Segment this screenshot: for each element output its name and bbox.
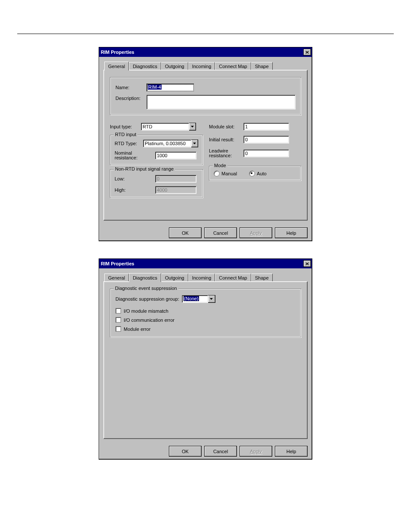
tab-diagnostics[interactable]: Diagnostics — [129, 62, 161, 70]
nominal-resistance-input[interactable] — [155, 152, 196, 159]
apply-button: Apply — [240, 227, 272, 238]
svg-marker-1 — [193, 143, 196, 144]
chevron-down-icon[interactable] — [189, 123, 196, 131]
tab-shape[interactable]: Shape — [251, 274, 273, 282]
tab-panel-general: Name: RIM-4 Description: — [103, 70, 308, 221]
io-communication-error-checkbox[interactable]: I/O communication error — [115, 317, 296, 323]
radio-icon — [214, 171, 220, 177]
close-icon[interactable]: ✕ — [303, 260, 311, 267]
chevron-down-icon[interactable] — [191, 140, 198, 147]
diag-group-label: Diagnostic suppression group: — [115, 296, 179, 302]
rim-properties-dialog-diagnostics: RIM Properties ✕ General Diagnostics Out… — [99, 258, 312, 460]
non-rtd-low-label: Low: — [115, 176, 155, 181]
name-input[interactable] — [146, 84, 194, 91]
title-bar[interactable]: RIM Properties ✕ — [99, 47, 312, 57]
non-rtd-high-label: High: — [115, 187, 155, 193]
tab-shape[interactable]: Shape — [251, 62, 273, 70]
description-input[interactable] — [146, 95, 296, 109]
title-bar[interactable]: RIM Properties ✕ — [99, 259, 312, 268]
tab-incoming[interactable]: Incoming — [188, 62, 215, 70]
window-title: RIM Properties — [101, 50, 134, 55]
help-button[interactable]: Help — [275, 446, 308, 457]
checkbox-icon — [115, 308, 121, 314]
tab-strip: General Diagnostics Outgoing Incoming Co… — [103, 61, 308, 70]
initial-result-label: Initial result: — [209, 137, 243, 142]
rtd-type-select[interactable] — [143, 140, 191, 147]
client-area: General Diagnostics Outgoing Incoming Co… — [99, 57, 312, 224]
rim-properties-dialog-general: RIM Properties ✕ General Diagnostics Out… — [99, 47, 312, 241]
non-rtd-legend: Non-RTD input signal range — [114, 166, 175, 171]
input-type-select[interactable] — [141, 123, 189, 131]
tab-connect-map[interactable]: Connect Map — [215, 274, 251, 282]
tab-outgoing[interactable]: Outgoing — [161, 274, 188, 282]
input-type-label: Input type: — [110, 124, 141, 129]
page: RIM Properties ✕ General Diagnostics Out… — [0, 0, 411, 460]
module-slot-input[interactable] — [243, 123, 289, 131]
client-area: General Diagnostics Outgoing Incoming Co… — [99, 268, 312, 442]
io-module-mismatch-checkbox[interactable]: I/O module mismatch — [115, 308, 296, 314]
chevron-down-icon[interactable] — [208, 295, 215, 303]
checkbox-icon — [115, 317, 121, 323]
module-error-checkbox[interactable]: Module error — [115, 326, 296, 332]
description-label: Description: — [115, 95, 146, 101]
name-label: Name: — [115, 85, 146, 90]
rtd-type-label: RTD Type: — [115, 141, 143, 146]
tab-strip: General Diagnostics Outgoing Incoming Co… — [103, 273, 308, 282]
checkbox-icon — [115, 326, 121, 332]
tab-panel-diagnostics: Diagnostic event suppression Diagnostic … — [103, 281, 308, 439]
tab-connect-map[interactable]: Connect Map — [215, 62, 251, 70]
tab-general[interactable]: General — [104, 62, 129, 71]
module-slot-label: Module slot: — [209, 124, 243, 129]
tab-diagnostics[interactable]: Diagnostics — [129, 273, 161, 282]
radio-icon — [249, 171, 255, 177]
non-rtd-high-input — [155, 186, 196, 194]
leadwire-label: Leadwire resistance: — [209, 149, 243, 158]
tab-general[interactable]: General — [104, 274, 129, 282]
tab-outgoing[interactable]: Outgoing — [161, 62, 188, 70]
rtd-input-legend: RTD input — [114, 132, 137, 137]
svg-marker-2 — [210, 298, 213, 300]
window-title: RIM Properties — [101, 261, 134, 266]
diag-group-select[interactable]: (None) — [182, 295, 208, 303]
close-icon[interactable]: ✕ — [303, 49, 311, 56]
svg-marker-0 — [191, 126, 194, 128]
leadwire-input[interactable] — [243, 149, 289, 157]
ok-button[interactable]: OK — [169, 446, 202, 457]
help-button[interactable]: Help — [275, 227, 308, 238]
tab-incoming[interactable]: Incoming — [188, 274, 215, 282]
mode-manual-radio[interactable]: Manual — [214, 171, 237, 177]
mode-legend: Mode — [213, 163, 227, 168]
diag-suppression-legend: Diagnostic event suppression — [114, 286, 178, 291]
mode-auto-radio[interactable]: Auto — [249, 171, 267, 177]
cancel-button[interactable]: Cancel — [204, 227, 237, 238]
initial-result-input[interactable] — [243, 136, 289, 143]
nominal-resistance-label: Nominal resistance: — [115, 151, 143, 160]
top-rule — [17, 34, 394, 34]
dialog-button-row: OK Cancel Apply Help — [99, 224, 312, 241]
dialog-button-row: OK Cancel Apply Help — [99, 442, 312, 459]
cancel-button[interactable]: Cancel — [204, 446, 237, 457]
apply-button: Apply — [240, 446, 272, 457]
non-rtd-low-input — [155, 175, 196, 183]
ok-button[interactable]: OK — [169, 227, 202, 238]
